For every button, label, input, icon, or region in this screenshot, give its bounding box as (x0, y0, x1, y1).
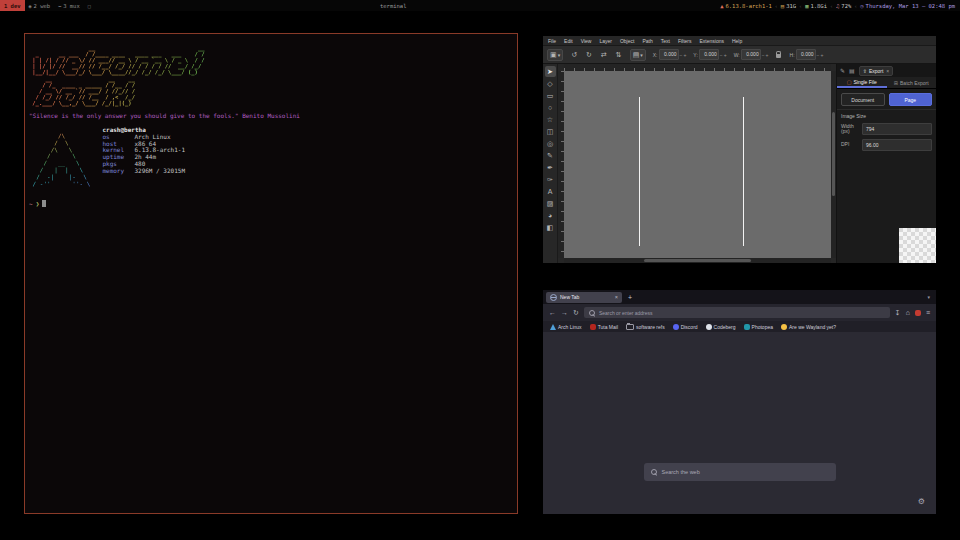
height-spinbox[interactable]: H: 0.000 − + (790, 49, 824, 60)
wayland-favicon-icon (781, 324, 787, 330)
single-file-icon: ▢ (847, 79, 852, 85)
selection-mode-dropdown[interactable]: ▣ ▾ (547, 49, 563, 61)
plus-icon[interactable]: + (820, 52, 823, 58)
rotate-ccw-icon[interactable]: ↺ (571, 51, 577, 59)
width-input[interactable]: 794 (862, 123, 932, 135)
y-spinbox[interactable]: Y: 0.000 − + (693, 49, 726, 60)
forward-button[interactable]: → (561, 309, 568, 316)
node-tool-icon[interactable]: ◇ (545, 78, 556, 89)
drawing-canvas[interactable] (564, 71, 831, 258)
rectangle-tool-icon[interactable]: ▭ (545, 90, 556, 101)
workspace-tag-label: 3 mux (63, 3, 80, 9)
flip-vertical-icon[interactable]: ⇅ (616, 51, 622, 59)
horizontal-scrollbar[interactable] (564, 258, 831, 263)
pen-tool-icon[interactable]: ✒ (545, 162, 556, 173)
bookmark-folder-software-refs[interactable]: software refs (626, 324, 665, 330)
spiral-tool-icon[interactable]: ◎ (545, 138, 556, 149)
workspace-tag-dev[interactable]: 1 dev (0, 0, 25, 11)
scope-document-button[interactable]: Document (841, 93, 885, 106)
plus-icon[interactable]: + (683, 52, 686, 58)
memory-module: ▦ 1.8Gi (805, 3, 827, 9)
workspace-tag-4[interactable]: □ (84, 0, 95, 11)
x-spinbox[interactable]: X: 0.000 − + (653, 49, 687, 60)
browser-tab-newtab[interactable]: New Tab × (546, 292, 622, 303)
tab-single-file[interactable]: ▢ Single File (837, 77, 887, 88)
fill-stroke-panel-icon[interactable]: ✎ (840, 67, 845, 74)
fetch-info: crash@bertha os Arch Linux host x86_64 k… (102, 127, 185, 193)
pencil-tool-icon[interactable]: ✎ (545, 150, 556, 161)
workspace-tags: 1 dev ◉ 2 web ⌨ 3 mux □ (0, 0, 95, 11)
export-mode-tabs: ▢ Single File ⊞ Batch Export (837, 77, 936, 89)
close-tab-icon[interactable]: × (615, 294, 618, 300)
web-search-input[interactable]: Search the web (644, 463, 836, 481)
text-tool-icon[interactable]: A (545, 186, 556, 197)
bookmark-codeberg[interactable]: Codeberg (706, 324, 736, 330)
layers-panel-icon[interactable]: ▤ (849, 67, 855, 74)
ellipse-tool-icon[interactable]: ○ (545, 102, 556, 113)
minus-icon[interactable]: − (762, 52, 765, 58)
terminal-window[interactable]: __ __ _ __ ___ / /____ ____ ____ ___ ___… (24, 33, 518, 514)
menu-extensions[interactable]: Extensions (700, 38, 724, 44)
scrollbar-thumb[interactable] (832, 112, 835, 196)
bookmark-are-we-wayland-yet[interactable]: Are we Wayland yet? (781, 324, 836, 330)
back-button[interactable]: ← (549, 309, 556, 316)
tab-batch-export[interactable]: ⊞ Batch Export (887, 77, 937, 88)
toolbox: ➤ ◇ ▭ ○ ☆ ◫ ◎ ✎ ✒ ✑ A ▨ ◕ ◧ (543, 64, 558, 263)
firefox-view-icon[interactable]: ⌂ (906, 309, 910, 316)
menu-layer[interactable]: Layer (599, 38, 612, 44)
plus-icon[interactable]: + (766, 52, 769, 58)
lock-ratio-icon[interactable] (776, 54, 781, 58)
menu-text[interactable]: Text (661, 38, 670, 44)
url-bar[interactable]: Search or enter address (584, 307, 890, 318)
flip-horizontal-icon[interactable]: ⇄ (601, 51, 607, 59)
menu-icon[interactable]: ≡ (926, 309, 930, 316)
rotate-cw-icon[interactable]: ↻ (586, 51, 592, 59)
width-spinbox[interactable]: W: 0.000 − + (734, 49, 769, 60)
status-modules: ▲ 6.13.8-arch1-1 ‹ ▤ 31G ‹ ▦ 1.8Gi ‹ ♫ 7… (720, 3, 960, 9)
gradient-tool-icon[interactable]: ▨ (545, 198, 556, 209)
clock-icon: ◷ (860, 3, 863, 9)
box3d-tool-icon[interactable]: ◫ (545, 126, 556, 137)
calligraphy-tool-icon[interactable]: ✑ (545, 174, 556, 185)
scope-page-button[interactable]: Page (889, 93, 933, 106)
menu-object[interactable]: Object (620, 38, 634, 44)
export-panel-tab[interactable]: ⇧ Export × (859, 66, 894, 76)
personalize-gear-icon[interactable]: ⚙ (918, 497, 925, 506)
menu-help[interactable]: Help (732, 38, 742, 44)
workspace-tag-web[interactable]: ◉ 2 web (25, 0, 55, 11)
minus-icon[interactable]: − (680, 52, 683, 58)
plus-icon[interactable]: + (724, 52, 727, 58)
image-size-label: Image Size (837, 109, 936, 121)
new-tab-button[interactable]: + (625, 294, 635, 301)
status-bar: 1 dev ◉ 2 web ⌨ 3 mux □ terminal ▲ 6.13.… (0, 0, 960, 11)
bookmark-tuta-mail[interactable]: Tuta Mail (590, 324, 618, 330)
menu-file[interactable]: File (548, 38, 556, 44)
dropper-tool-icon[interactable]: ◕ (545, 210, 556, 221)
focused-window-title: terminal (380, 0, 407, 11)
minus-icon[interactable]: − (720, 52, 723, 58)
bookmarks-bar: Arch Linux Tuta Mail software refs Disco… (543, 321, 936, 332)
shell-prompt[interactable]: ~ ❯ (29, 200, 517, 207)
menu-view[interactable]: View (581, 38, 592, 44)
bookmark-discord[interactable]: Discord (673, 324, 698, 330)
extension-icon[interactable] (915, 310, 921, 316)
align-dropdown[interactable]: ▤ ▾ (630, 49, 646, 61)
menu-edit[interactable]: Edit (564, 38, 573, 44)
star-tool-icon[interactable]: ☆ (545, 114, 556, 125)
bookmark-photopea[interactable]: Photopea (744, 324, 773, 330)
dpi-input[interactable]: 96.00 (862, 139, 932, 151)
close-icon[interactable]: × (886, 68, 889, 74)
menu-filters[interactable]: Filters (678, 38, 692, 44)
workspace-tag-mux[interactable]: ⌨ 3 mux (54, 0, 84, 11)
codeberg-favicon-icon (706, 324, 712, 330)
downloads-icon[interactable]: ↧ (895, 309, 901, 317)
module-separator: ‹ (830, 3, 833, 9)
reload-button[interactable]: ↻ (573, 309, 579, 317)
bookmark-arch-linux[interactable]: Arch Linux (550, 324, 582, 330)
list-all-tabs-icon[interactable]: ▾ (927, 294, 933, 300)
menu-path[interactable]: Path (642, 38, 652, 44)
selector-tool-icon[interactable]: ➤ (545, 66, 556, 77)
paint-bucket-tool-icon[interactable]: ◧ (545, 222, 556, 233)
minus-icon[interactable]: − (817, 52, 820, 58)
scrollbar-thumb[interactable] (644, 259, 751, 262)
